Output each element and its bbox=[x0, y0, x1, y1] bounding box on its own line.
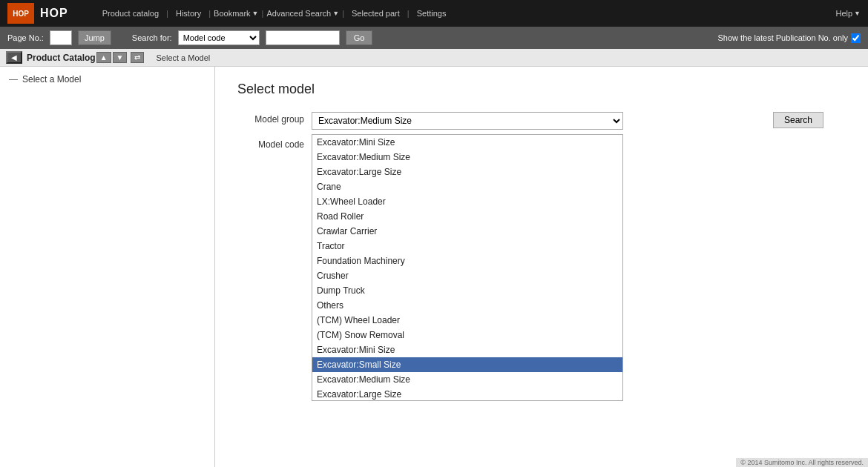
model-group-select[interactable]: Excavator:Mini SizeExcavator:Medium Size… bbox=[312, 112, 623, 130]
breadcrumb-back-button[interactable]: ◀ bbox=[6, 51, 22, 64]
nav-selected-part[interactable]: Selected part bbox=[347, 7, 404, 19]
search-for-label: Search for: bbox=[132, 33, 172, 42]
form-area: Model group Excavator:Mini SizeExcavator… bbox=[237, 112, 846, 155]
app-title: HOP bbox=[40, 7, 68, 20]
product-catalog-breadcrumb: Product Catalog bbox=[27, 53, 96, 63]
dropdown-item[interactable]: (TCM) Wheel Loader bbox=[312, 313, 622, 328]
dropdown-item[interactable]: Excavator:Mini Size bbox=[312, 135, 622, 150]
dropdown-item[interactable]: Excavator:Medium Size bbox=[312, 150, 622, 165]
nav-settings[interactable]: Settings bbox=[412, 7, 451, 19]
page-title: Select model bbox=[237, 82, 846, 97]
nav-bookmark[interactable]: Bookmark ▼ bbox=[214, 9, 258, 18]
breadcrumb-up-arrow[interactable]: ▲ bbox=[96, 52, 111, 63]
sidebar: — Select a Model bbox=[0, 67, 215, 467]
copyright-text: © 2014 Sumitomo Inc. All rights reserved… bbox=[736, 458, 868, 467]
dropdown-list-container: Excavator:Mini SizeExcavator:Medium Size… bbox=[312, 134, 623, 401]
dropdown-item[interactable]: Excavator:Large Size bbox=[312, 165, 622, 179]
model-code-label: Model code bbox=[237, 137, 304, 150]
breadcrumb-action-button[interactable]: ⇄ bbox=[131, 52, 144, 63]
nav-advanced-search[interactable]: Advanced Search ▼ bbox=[266, 9, 339, 18]
sidebar-select-model-label: Select a Model bbox=[22, 74, 81, 85]
dropdown-item[interactable]: Excavator:Large Size bbox=[312, 387, 622, 400]
breadcrumb-select-model: Select a Model bbox=[156, 53, 210, 62]
dropdown-item[interactable]: Dump Truck bbox=[312, 283, 622, 298]
latest-pub-label: Show the latest Publication No. only bbox=[718, 33, 849, 42]
toolbar: Page No.: Jump Search for: Model codePar… bbox=[0, 27, 868, 49]
sidebar-select-model-item: — Select a Model bbox=[9, 74, 206, 85]
dropdown-item[interactable]: Crawlar Carrier bbox=[312, 224, 622, 239]
nav-help[interactable]: Help ▼ bbox=[835, 9, 861, 18]
search-for-select[interactable]: Model codePart numberPart name bbox=[178, 30, 260, 45]
bookmark-dropdown-arrow: ▼ bbox=[252, 10, 259, 17]
breadcrumb-down-arrow[interactable]: ▼ bbox=[113, 52, 128, 63]
page-no-input[interactable] bbox=[50, 30, 72, 45]
search-input[interactable] bbox=[266, 30, 340, 45]
latest-pub-checkbox[interactable] bbox=[851, 33, 861, 43]
page-no-label: Page No.: bbox=[7, 33, 44, 42]
model-group-label: Model group bbox=[237, 112, 304, 125]
nav-history[interactable]: History bbox=[171, 7, 206, 19]
dropdown-item[interactable]: (TCM) Snow Removal bbox=[312, 328, 622, 342]
model-group-row: Model group Excavator:Mini SizeExcavator… bbox=[237, 112, 846, 130]
dropdown-item[interactable]: Crusher bbox=[312, 268, 622, 283]
dropdown-item[interactable]: Excavator:Small Size bbox=[312, 357, 622, 372]
search-button[interactable]: Search bbox=[773, 112, 823, 128]
go-button[interactable]: Go bbox=[346, 30, 373, 45]
dropdown-item[interactable]: Tractor bbox=[312, 239, 622, 254]
latest-pub-area: Show the latest Publication No. only bbox=[718, 33, 861, 43]
dropdown-item[interactable]: Crane bbox=[312, 179, 622, 194]
dropdown-item[interactable]: Others bbox=[312, 298, 622, 313]
app-logo: HOP bbox=[7, 3, 34, 24]
content-area: Select model Model group Excavator:Mini … bbox=[215, 67, 868, 467]
nav-product-catalog[interactable]: Product catalog bbox=[98, 7, 163, 19]
help-dropdown-arrow: ▼ bbox=[854, 10, 861, 17]
advanced-search-dropdown-arrow: ▼ bbox=[332, 10, 339, 17]
breadcrumb-bar: ◀ Product Catalog ▲ ▼ ⇄ Select a Model bbox=[0, 49, 868, 67]
sidebar-dash: — bbox=[9, 74, 18, 85]
dropdown-list[interactable]: Excavator:Mini SizeExcavator:Medium Size… bbox=[312, 135, 622, 400]
dropdown-item[interactable]: Road Roller bbox=[312, 209, 622, 224]
dropdown-item[interactable]: LX:Wheel Loader bbox=[312, 194, 622, 209]
jump-button[interactable]: Jump bbox=[78, 30, 111, 45]
dropdown-item[interactable]: Foundation Machinery bbox=[312, 254, 622, 268]
nav-links: Product catalog | History | Bookmark ▼ |… bbox=[98, 7, 836, 19]
dropdown-item[interactable]: Excavator:Medium Size bbox=[312, 372, 622, 387]
dropdown-item[interactable]: Excavator:Mini Size bbox=[312, 342, 622, 357]
top-navigation-bar: HOP HOP Product catalog | History | Book… bbox=[0, 0, 868, 27]
main-layout: — Select a Model Select model Model grou… bbox=[0, 67, 868, 467]
